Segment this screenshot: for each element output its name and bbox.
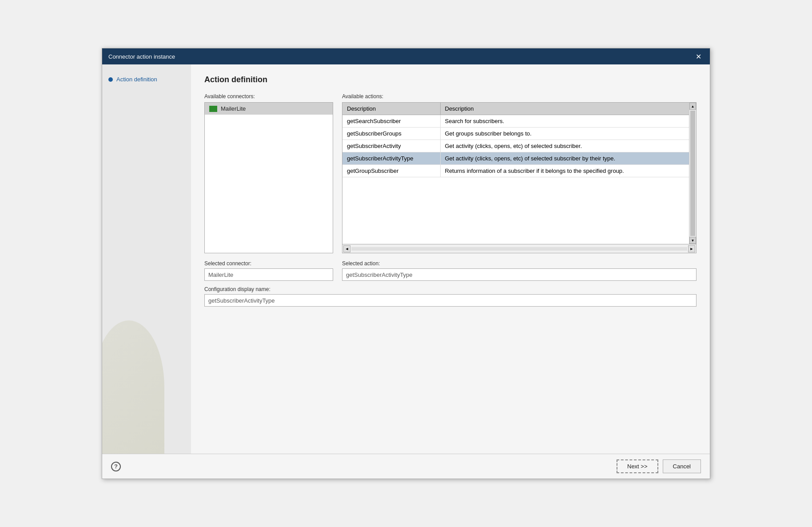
sidebar: Action definition <box>102 64 191 454</box>
actions-table-container: Description Description getSearchSubscri… <box>342 102 697 253</box>
horizontal-scrollbar[interactable]: ◄ ► <box>342 244 696 253</box>
col-header-description: Description <box>440 103 689 115</box>
main-content: Action definition Available connectors: … <box>191 64 710 454</box>
footer-left: ? <box>111 462 121 471</box>
scroll-left-button[interactable]: ◄ <box>343 245 350 252</box>
available-actions-label: Available actions: <box>342 93 697 100</box>
action-name-cell: getSubscriberActivity <box>342 140 440 152</box>
connectors-column: Available connectors: MailerLite <box>204 93 333 253</box>
vertical-scrollbar[interactable]: ▲ ▼ <box>689 103 696 244</box>
scroll-up-button[interactable]: ▲ <box>689 103 696 110</box>
action-desc-cell: Search for subscribers. <box>440 115 689 128</box>
selected-connector-group: Selected connector: <box>204 260 333 281</box>
sidebar-dot-icon <box>108 77 113 82</box>
table-row[interactable]: getSubscriberGroups Get groups subscribe… <box>342 128 689 140</box>
config-display-name-input[interactable] <box>204 294 697 307</box>
action-name-cell: getSubscriberGroups <box>342 128 440 140</box>
config-name-section: Configuration display name: <box>204 286 697 307</box>
actions-column: Available actions: Description Descripti… <box>342 93 697 253</box>
action-desc-cell: Get groups subscriber belongs to. <box>440 128 689 140</box>
section-title: Action definition <box>204 75 697 84</box>
actions-table-header: Description Description <box>342 103 689 115</box>
footer-right: Next >> Cancel <box>617 459 701 473</box>
dialog-title: Connector action instance <box>108 53 175 60</box>
scroll-thumb[interactable] <box>690 111 695 236</box>
sidebar-item-label: Action definition <box>116 76 157 83</box>
cancel-button[interactable]: Cancel <box>663 459 701 473</box>
connectors-actions-row: Available connectors: MailerLite Availab… <box>204 93 697 253</box>
table-scroll-area[interactable]: Description Description getSearchSubscri… <box>342 103 689 244</box>
action-name-cell: getSearchSubscriber <box>342 115 440 128</box>
config-display-name-label: Configuration display name: <box>204 286 697 292</box>
col-header-name: Description <box>342 103 440 115</box>
selected-action-label: Selected action: <box>342 260 697 267</box>
action-desc-cell: Returns information of a subscriber if i… <box>440 165 689 177</box>
connector-flag-icon <box>209 106 217 112</box>
scroll-down-button[interactable]: ▼ <box>689 237 696 244</box>
sidebar-bg-decoration <box>102 320 164 454</box>
connector-item-mailerlite[interactable]: MailerLite <box>205 103 333 115</box>
actions-table-body: getSearchSubscriber Search for subscribe… <box>342 115 689 177</box>
available-connectors-label: Available connectors: <box>204 93 333 100</box>
selected-connector-input[interactable] <box>204 268 333 281</box>
table-row-selected[interactable]: getSubscriberActivityType Get activity (… <box>342 152 689 165</box>
hscroll-track <box>351 247 687 251</box>
selected-action-group: Selected action: <box>342 260 697 281</box>
action-desc-cell: Get activity (clicks, opens, etc) of sel… <box>440 140 689 152</box>
sidebar-item-action-definition[interactable]: Action definition <box>102 73 191 85</box>
action-name-cell: getSubscriberActivityType <box>342 152 440 165</box>
connectors-list[interactable]: MailerLite <box>204 102 333 253</box>
selected-connector-label: Selected connector: <box>204 260 333 267</box>
close-button[interactable]: ✕ <box>693 51 704 62</box>
dialog-footer: ? Next >> Cancel <box>102 454 710 479</box>
connector-name: MailerLite <box>221 105 246 112</box>
title-bar: Connector action instance ✕ <box>102 48 710 64</box>
scroll-right-button[interactable]: ► <box>688 245 695 252</box>
table-row[interactable]: getSearchSubscriber Search for subscribe… <box>342 115 689 128</box>
dialog-window: Connector action instance ✕ Action defin… <box>102 48 710 479</box>
selected-fields-row: Selected connector: Selected action: <box>204 260 697 281</box>
dialog-body: Action definition Action definition Avai… <box>102 64 710 454</box>
action-desc-cell: Get activity (clicks, opens, etc) of sel… <box>440 152 689 165</box>
next-button[interactable]: Next >> <box>617 459 658 473</box>
table-with-scrollbar: Description Description getSearchSubscri… <box>342 103 696 244</box>
selected-action-input[interactable] <box>342 268 697 281</box>
table-row[interactable]: getGroupSubscriber Returns information o… <box>342 165 689 177</box>
action-name-cell: getGroupSubscriber <box>342 165 440 177</box>
help-icon[interactable]: ? <box>111 462 121 471</box>
actions-table: Description Description getSearchSubscri… <box>342 103 689 177</box>
table-row[interactable]: getSubscriberActivity Get activity (clic… <box>342 140 689 152</box>
